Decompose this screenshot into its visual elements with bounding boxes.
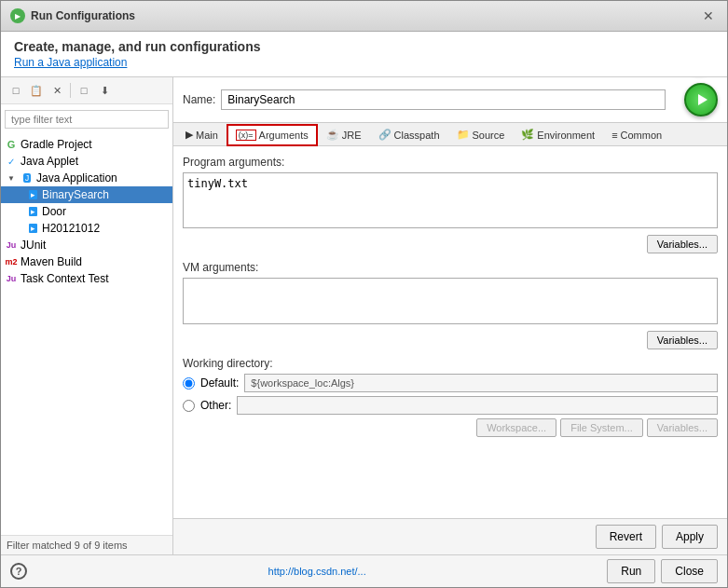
config-icon-door: ▸ — [26, 205, 39, 218]
tree-label-h20121012: H20121012 — [42, 222, 100, 235]
arguments-tab-content: Program arguments: tinyW.txt Variables..… — [173, 146, 727, 518]
tree-label-junit: JUnit — [21, 239, 46, 252]
tab-source-label: Source — [473, 130, 505, 141]
dir-variables-button[interactable]: Variables... — [647, 418, 718, 437]
tab-classpath[interactable]: 🔗 Classpath — [370, 124, 448, 144]
footer-right: Run Close — [607, 559, 718, 583]
tab-jre-icon: ☕ — [326, 129, 339, 141]
tree-item-maven-build[interactable]: m2 Maven Build — [1, 253, 172, 270]
filter-status: Filter matched 9 of 9 items — [1, 535, 172, 554]
header-title: Create, manage, and run configurations — [14, 39, 714, 54]
tree-label-java-application: Java Application — [36, 171, 117, 185]
other-radio[interactable] — [183, 400, 195, 412]
default-radio-label: Default: — [200, 376, 239, 390]
tree-item-java-applet[interactable]: ✓ Java Applet — [1, 153, 172, 170]
name-input[interactable] — [221, 89, 666, 110]
working-dir-label: Working directory: — [183, 357, 718, 370]
vm-vars-row: Variables... — [183, 331, 718, 349]
main-content: □ 📋 ✕ □ ⬇ G Gradle Project — [1, 77, 727, 554]
gradle-icon: G — [5, 138, 18, 151]
close-window-button[interactable]: ✕ — [699, 7, 718, 25]
footer-left: ? — [10, 563, 27, 580]
tab-common-label: Common — [621, 130, 663, 141]
program-vars-row: Variables... — [183, 235, 718, 253]
footer-bar: ? http://blog.csdn.net/... Run Close — [1, 554, 727, 587]
apply-button[interactable]: Apply — [662, 525, 718, 549]
bottom-right: Revert Apply — [596, 525, 718, 549]
header-subtitle[interactable]: Run a Java application — [14, 56, 127, 69]
tab-classpath-icon: 🔗 — [378, 129, 391, 141]
maven-icon: m2 — [5, 255, 18, 268]
tree-label-door: Door — [42, 205, 66, 218]
tab-environment-icon: 🌿 — [521, 129, 534, 141]
delete-button[interactable]: ✕ — [48, 81, 66, 100]
program-variables-button[interactable]: Variables... — [647, 235, 718, 253]
tree-item-door[interactable]: ▸ Door — [1, 203, 172, 220]
tab-environment[interactable]: 🌿 Environment — [513, 124, 603, 144]
tree-label-maven-build: Maven Build — [21, 255, 82, 268]
tree-item-h20121012[interactable]: ▸ H20121012 — [1, 220, 172, 237]
tree-item-java-application[interactable]: ▼ J Java Application — [1, 170, 172, 186]
vm-args-label: VM arguments: — [183, 261, 718, 274]
tree-label-gradle: Gradle Project — [21, 138, 92, 151]
program-args-label: Program arguments: — [183, 156, 718, 169]
tree-label-java-applet: Java Applet — [21, 155, 78, 168]
tree-item-junit[interactable]: Ju JUnit — [1, 237, 172, 253]
help-button[interactable]: ? — [10, 563, 27, 580]
other-dir-input[interactable] — [237, 396, 718, 415]
tree-item-task-context-test[interactable]: Ju Task Context Test — [1, 270, 172, 287]
tabs-row: ▶ Main (x)= Arguments ☕ JRE 🔗 Classpath … — [173, 123, 727, 146]
filter-input[interactable] — [5, 110, 169, 129]
tree-label-binary-search: BinarySearch — [42, 188, 109, 201]
tab-arguments-icon: (x)= — [236, 130, 256, 141]
workspace-button[interactable]: Workspace... — [476, 418, 556, 437]
collapse-button[interactable]: ⬇ — [95, 81, 114, 100]
default-radio-row: Default: — [183, 374, 718, 392]
default-dir-input[interactable] — [244, 374, 718, 392]
dialog-icon: ▶ — [10, 8, 25, 23]
program-args-wrapper: tinyW.txt — [183, 172, 718, 231]
run-button-top[interactable] — [684, 83, 718, 116]
revert-button[interactable]: Revert — [596, 525, 656, 549]
config-icon-binarysearch: ▸ — [26, 188, 39, 201]
tab-main-icon: ▶ — [185, 129, 193, 141]
tab-common[interactable]: ≡ Common — [603, 125, 670, 144]
duplicate-button[interactable]: 📋 — [27, 81, 46, 100]
tree-label-task-context-test: Task Context Test — [21, 272, 109, 285]
left-panel: □ 📋 ✕ □ ⬇ G Gradle Project — [1, 77, 173, 554]
tab-main[interactable]: ▶ Main — [177, 124, 227, 144]
new-config-button[interactable]: □ — [7, 81, 25, 100]
name-label: Name: — [183, 93, 215, 106]
tree-item-binary-search[interactable]: ▸ BinarySearch — [1, 186, 172, 203]
tab-environment-label: Environment — [537, 130, 595, 141]
name-row: Name: — [173, 77, 727, 123]
tab-jre[interactable]: ☕ JRE — [318, 124, 370, 144]
config-tree: G Gradle Project ✓ Java Applet ▼ J — [1, 134, 172, 535]
other-radio-label: Other: — [200, 399, 231, 412]
tab-arguments[interactable]: (x)= Arguments — [227, 124, 318, 146]
play-icon-top — [698, 94, 707, 105]
title-bar: ▶ Run Configurations ✕ — [1, 1, 727, 32]
tab-source[interactable]: 📁 Source — [448, 124, 514, 144]
close-button[interactable]: Close — [661, 559, 718, 583]
vm-variables-button[interactable]: Variables... — [647, 331, 718, 349]
tree-item-gradle[interactable]: G Gradle Project — [1, 136, 172, 153]
run-button[interactable]: Run — [607, 559, 655, 583]
header-area: Create, manage, and run configurations R… — [1, 32, 727, 77]
other-radio-row: Other: — [183, 396, 718, 415]
default-radio[interactable] — [183, 377, 195, 390]
tab-common-icon: ≡ — [611, 130, 617, 141]
filter-button[interactable]: □ — [75, 81, 93, 100]
expand-icon: ▼ — [5, 171, 18, 185]
applet-icon: ✓ — [5, 155, 18, 168]
program-args-input[interactable]: tinyW.txt — [183, 172, 718, 228]
dir-buttons-row: Workspace... File System... Variables... — [183, 418, 718, 437]
bottom-bar: Revert Apply — [173, 518, 727, 554]
working-dir-section: Working directory: Default: Other: Works… — [183, 357, 718, 437]
tab-main-label: Main — [196, 130, 218, 141]
footer-url: http://blog.csdn.net/... — [268, 566, 366, 577]
vm-args-wrapper — [183, 278, 718, 327]
file-system-button[interactable]: File System... — [560, 418, 643, 437]
filter-container — [1, 104, 172, 134]
vm-args-input[interactable] — [183, 278, 718, 324]
